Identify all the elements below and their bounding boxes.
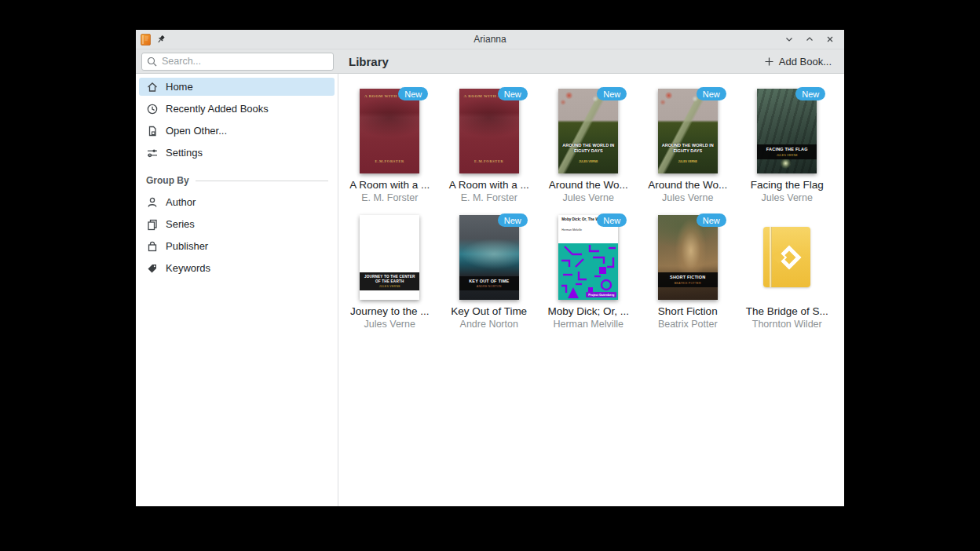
book-title: Moby Dick; Or, ... (547, 305, 629, 317)
book-cover: JOURNEY TO THE CENTER OF THE EARTH JULES… (360, 215, 419, 300)
new-badge: New (795, 87, 825, 100)
sidebar-item-home[interactable]: Home (139, 78, 335, 96)
epub-logo-icon (777, 245, 802, 269)
book-author: Jules Verne (364, 319, 415, 330)
book-title: Facing the Flag (751, 179, 824, 191)
sidebar: Home Recently Added Books (136, 74, 338, 506)
book-cover: AROUND THE WORLD IN EIGHTY DAYS JULES VE… (558, 89, 618, 173)
pin-icon[interactable] (156, 35, 166, 44)
new-badge: New (597, 213, 627, 227)
sidebar-item-settings[interactable]: Settings (139, 144, 335, 162)
new-badge: New (398, 87, 428, 100)
book-author: Beatrix Potter (658, 319, 718, 330)
sidebar-item-publisher[interactable]: Publisher (139, 237, 335, 255)
sidebar-item-label: Keywords (166, 262, 210, 274)
minimize-button[interactable] (783, 33, 795, 46)
header-toolbar: Library Add Book... (136, 49, 844, 74)
sidebar-item-label: Author (166, 196, 196, 208)
book-card[interactable]: AROUND THE WORLD IN EIGHTY DAYS JULES VE… (642, 89, 734, 203)
add-book-button[interactable]: Add Book... (761, 53, 835, 70)
sidebar-item-label: Home (166, 81, 193, 93)
plus-icon (764, 57, 774, 67)
book-cover-placeholder (757, 215, 817, 300)
sidebar-item-recently-added[interactable]: Recently Added Books (139, 100, 335, 118)
book-cover: SHORT FICTION BEATRIX POTTER (658, 215, 718, 300)
book-author: E. M. Forster (361, 192, 418, 203)
group-by-header: Group By (146, 175, 328, 186)
book-title: A Room with a ... (449, 179, 529, 191)
tag-icon (146, 262, 159, 275)
divider (196, 181, 328, 181)
book-cover: FACING THE FLAG JULES VERNE (757, 89, 817, 173)
book-cover: Moby Dick; Or, The Whale Herman Melville (558, 215, 618, 300)
book-author: Jules Verne (563, 192, 614, 203)
search-input[interactable] (162, 56, 328, 67)
sidebar-item-label: Settings (166, 147, 203, 159)
page-title: Library (349, 55, 389, 68)
new-badge: New (697, 213, 726, 227)
new-badge: New (597, 87, 627, 100)
search-box[interactable] (141, 53, 334, 71)
book-card[interactable]: FACING THE FLAG JULES VERNE New Facing t… (740, 89, 833, 203)
sidebar-item-author[interactable]: Author (139, 193, 335, 211)
arianna-window: Arianna (136, 30, 844, 506)
book-author: Jules Verne (662, 192, 713, 203)
book-card[interactable]: The Bridge of S... Thornton Wilder (740, 215, 833, 330)
book-author: E. M. Forster (461, 192, 517, 203)
sidebar-item-label: Publisher (166, 240, 208, 252)
publisher-chip: Project Gutenberg (586, 292, 616, 297)
book-author: Herman Melville (553, 319, 623, 330)
new-badge: New (498, 213, 528, 227)
book-card[interactable]: A ROOM WITH A VIEW E.M.FORSTER New A Roo… (443, 89, 536, 203)
sidebar-item-series[interactable]: Series (139, 215, 335, 233)
book-card[interactable]: Moby Dick; Or, The Whale Herman Melville (542, 215, 634, 330)
epub-book-icon (763, 227, 810, 287)
person-icon (146, 196, 159, 209)
book-title: Short Fiction (658, 305, 718, 317)
book-cover: A ROOM WITH A VIEW E.M.FORSTER (459, 89, 519, 173)
book-title: Around the Wo... (648, 179, 727, 191)
book-author: Andre Norton (460, 319, 518, 330)
book-card[interactable]: SHORT FICTION BEATRIX POTTER New Short F… (642, 215, 734, 330)
book-title: Journey to the ... (350, 305, 430, 317)
close-button[interactable] (824, 33, 836, 46)
book-title: Key Out of Time (451, 305, 527, 317)
book-cover: AROUND THE WORLD IN EIGHTY DAYS JULES VE… (658, 89, 718, 173)
new-badge: New (498, 87, 528, 100)
search-icon (147, 57, 157, 67)
book-card[interactable]: JOURNEY TO THE CENTER OF THE EARTH JULES… (343, 215, 436, 330)
book-title: The Bridge of S... (746, 305, 828, 317)
book-author: Thornton Wilder (752, 319, 822, 330)
book-title: A Room with a ... (349, 179, 430, 191)
book-cover: KEY OUT OF TIME ANDRE NORTON (459, 215, 519, 300)
sidebar-item-open-other[interactable]: Open Other... (139, 122, 335, 140)
new-badge: New (697, 87, 726, 100)
titlebar[interactable]: Arianna (136, 30, 844, 49)
library-content: A ROOM WITH A VIEW E.M.FORSTER New A Roo… (338, 74, 844, 506)
book-card[interactable]: AROUND THE WORLD IN EIGHTY DAYS JULES VE… (542, 89, 634, 203)
settings-sliders-icon (146, 147, 159, 159)
sidebar-item-keywords[interactable]: Keywords (139, 259, 335, 277)
book-grid: A ROOM WITH A VIEW E.M.FORSTER New A Roo… (340, 89, 837, 330)
window-title: Arianna (136, 34, 844, 45)
home-icon (146, 81, 159, 93)
clock-icon (146, 103, 159, 115)
book-title: Around the Wo... (549, 179, 628, 191)
arianna-app-icon (141, 34, 151, 46)
book-card[interactable]: KEY OUT OF TIME ANDRE NORTON New Key Out… (443, 215, 536, 330)
bag-icon (146, 240, 159, 253)
document-icon (146, 125, 159, 137)
book-cover: A ROOM WITH A VIEW E.M.FORSTER (360, 89, 419, 173)
desktop-background: Arianna (0, 0, 980, 551)
group-by-label: Group By (146, 175, 189, 186)
sidebar-item-label: Open Other... (166, 125, 227, 137)
sidebar-item-label: Series (166, 218, 195, 230)
sidebar-item-label: Recently Added Books (166, 103, 269, 115)
copies-icon (146, 218, 159, 231)
book-card[interactable]: A ROOM WITH A VIEW E.M.FORSTER New A Roo… (343, 89, 436, 203)
maximize-button[interactable] (803, 33, 816, 46)
book-author: Jules Verne (762, 192, 813, 203)
